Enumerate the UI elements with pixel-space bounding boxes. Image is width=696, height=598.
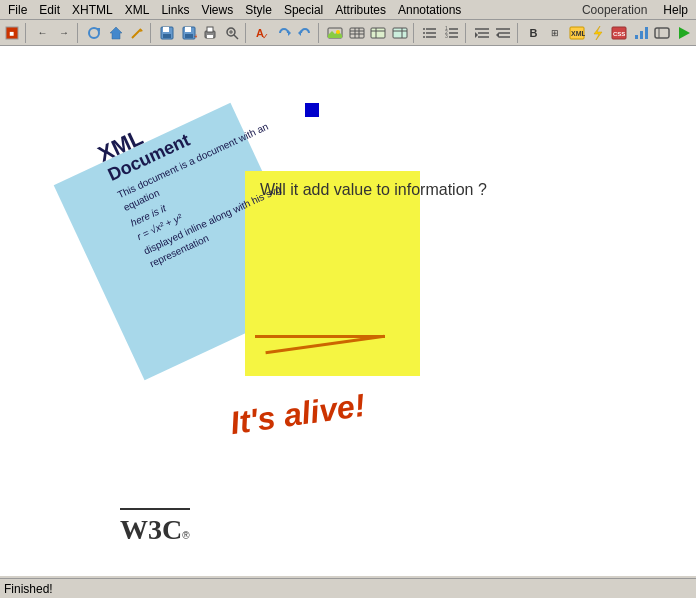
toolbar-sep-3 — [150, 23, 154, 43]
svg-rect-9 — [163, 34, 171, 38]
edit-button[interactable] — [127, 22, 147, 44]
svg-marker-4 — [110, 27, 122, 39]
stop-button[interactable]: ■ — [2, 22, 22, 44]
redo-button[interactable] — [295, 22, 315, 44]
svg-marker-24 — [298, 30, 301, 36]
home-button[interactable] — [105, 22, 125, 44]
statusbar: Finished! — [0, 578, 696, 598]
menu-cooperation[interactable]: Cooperation — [576, 1, 653, 19]
toolbar-sep-7 — [465, 23, 469, 43]
svg-point-43 — [423, 32, 425, 34]
alive-text: It's alive! — [228, 387, 368, 443]
svg-marker-61 — [594, 26, 602, 40]
menu-help[interactable]: Help — [657, 1, 694, 19]
toolbar-sep-4 — [245, 23, 249, 43]
zoom-button[interactable] — [222, 22, 242, 44]
bold-button[interactable]: B — [523, 22, 543, 44]
indent-button[interactable] — [472, 22, 492, 44]
svg-point-27 — [336, 30, 340, 34]
menu-xhtml[interactable]: XHTML — [66, 1, 119, 19]
table-button[interactable] — [347, 22, 367, 44]
svg-text:CSS: CSS — [613, 31, 625, 37]
svg-marker-54 — [475, 32, 478, 38]
forward-button[interactable]: → — [54, 22, 74, 44]
svg-text:✓: ✓ — [262, 32, 269, 41]
lightning-button[interactable] — [588, 22, 608, 44]
reload-button[interactable] — [84, 22, 104, 44]
back-button[interactable]: ← — [32, 22, 52, 44]
svg-point-42 — [423, 28, 425, 30]
css-button[interactable]: CSS — [609, 22, 629, 44]
blue-marker — [305, 103, 319, 117]
svg-marker-69 — [679, 27, 690, 39]
svg-rect-64 — [635, 35, 638, 39]
toolbar-sep-1 — [25, 23, 29, 43]
span-button[interactable]: ⊞ — [545, 22, 565, 44]
svg-rect-28 — [350, 28, 364, 38]
svg-rect-8 — [163, 27, 169, 32]
svg-rect-33 — [371, 28, 385, 38]
menu-file[interactable]: File — [2, 1, 33, 19]
w3c-logo: W3C® — [120, 508, 190, 546]
svg-rect-12 — [185, 34, 193, 38]
play-button[interactable] — [674, 22, 694, 44]
svg-marker-58 — [496, 32, 499, 38]
svg-rect-65 — [640, 31, 643, 39]
svg-rect-11 — [185, 27, 191, 32]
status-text: Finished! — [4, 582, 53, 596]
list-button[interactable] — [420, 22, 440, 44]
svg-rect-66 — [645, 27, 648, 39]
svg-text:XML: XML — [571, 30, 585, 37]
save-button[interactable] — [157, 22, 177, 44]
svg-text:■: ■ — [10, 29, 15, 38]
canvas-area: Will it add value to information ? XML D… — [0, 46, 696, 576]
menu-xml[interactable]: XML — [119, 1, 156, 19]
outdent-button[interactable] — [493, 22, 513, 44]
svg-line-5 — [132, 29, 141, 38]
svg-rect-67 — [655, 28, 669, 38]
svg-rect-15 — [207, 27, 213, 32]
menu-special[interactable]: Special — [278, 1, 329, 19]
chart-button[interactable] — [631, 22, 651, 44]
w3c-sup: ® — [182, 530, 189, 541]
svg-text:+: + — [194, 33, 197, 40]
refresh-button[interactable] — [273, 22, 293, 44]
spellcheck-button[interactable]: A✓ — [252, 22, 272, 44]
toolbar-sep-2 — [77, 23, 81, 43]
w3c-area: W3C® — [120, 508, 190, 546]
menu-views[interactable]: Views — [195, 1, 239, 19]
toolbar-sep-8 — [517, 23, 521, 43]
menu-links[interactable]: Links — [155, 1, 195, 19]
menu-style[interactable]: Style — [239, 1, 278, 19]
saveas-button[interactable]: + — [179, 22, 199, 44]
svg-line-18 — [234, 35, 238, 39]
toolbar-sep-6 — [413, 23, 417, 43]
print-button[interactable] — [200, 22, 220, 44]
img-button[interactable] — [325, 22, 345, 44]
toolbar-sep-5 — [318, 23, 322, 43]
svg-rect-16 — [207, 35, 213, 38]
svg-rect-36 — [393, 28, 407, 38]
table3-button[interactable] — [390, 22, 410, 44]
svg-text:3: 3 — [445, 33, 448, 39]
orange-line — [255, 335, 385, 338]
svg-marker-23 — [288, 30, 291, 36]
menu-attributes[interactable]: Attributes — [329, 1, 392, 19]
toolbar: ■ ← → + A✓ — [0, 20, 696, 46]
menubar: File Edit XHTML XML Links Views Style Sp… — [0, 0, 696, 20]
table2-button[interactable] — [368, 22, 388, 44]
element-button[interactable] — [652, 22, 672, 44]
svg-point-44 — [423, 36, 425, 38]
w3c-text: W3C — [120, 514, 182, 546]
menu-edit[interactable]: Edit — [33, 1, 66, 19]
xml-button[interactable]: XML — [566, 22, 586, 44]
olist-button[interactable]: 123 — [441, 22, 461, 44]
menu-annotations[interactable]: Annotations — [392, 1, 467, 19]
